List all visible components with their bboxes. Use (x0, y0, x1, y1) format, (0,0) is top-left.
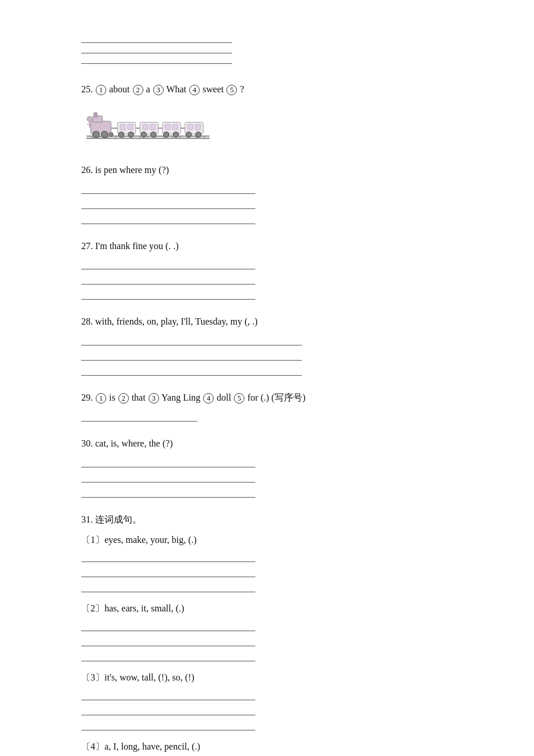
q29-circle-5: 5 (234, 393, 244, 404)
question-27: 27. I'm thank fine you (. .) (81, 238, 453, 300)
q27-text: 27. I'm thank fine you (. .) (81, 238, 453, 255)
q29-circle-1: 1 (96, 393, 106, 404)
answer-line[interactable] (81, 334, 302, 345)
q25-number: 25. (81, 84, 95, 94)
svg-point-20 (93, 131, 99, 138)
q27-answer-lines (81, 258, 453, 300)
answer-line[interactable] (81, 471, 255, 483)
q31-number: 31. (81, 514, 95, 524)
q25-circle-3: 3 (153, 85, 164, 95)
q31-sub1-label: 〔1〕eyes, make, your, big, (.) (81, 532, 453, 549)
q29-number: 29. (81, 393, 95, 402)
svg-point-21 (102, 131, 108, 138)
svg-rect-44 (195, 124, 200, 129)
svg-point-22 (109, 132, 113, 136)
q25-circle-5: 5 (226, 85, 237, 95)
page: 25. 1 about 2 a 3 What 4 sweet 5 ? (0, 0, 534, 756)
svg-rect-25 (120, 124, 125, 129)
question-26: 26. is pen where my (?) (81, 162, 453, 224)
svg-point-40 (173, 132, 178, 137)
answer-line[interactable] (81, 410, 197, 422)
q30-content: cat, is, where, the (?) (95, 438, 173, 448)
svg-point-27 (118, 132, 124, 137)
top-line-3 (81, 56, 232, 64)
svg-point-28 (128, 132, 134, 137)
q26-content: is pen where my (?) (95, 165, 169, 175)
answer-line[interactable] (81, 288, 255, 300)
q31-sub2-label: 〔2〕has, ears, it, small, (.) (81, 600, 453, 617)
q29-text: 29. 1 is 2 that 3 Yang Ling 4 doll 5 for… (81, 390, 453, 406)
answer-line[interactable] (81, 213, 255, 224)
answer-line[interactable] (81, 258, 255, 269)
svg-point-46 (196, 132, 201, 137)
q31-title: 连词成句。 (95, 514, 142, 524)
answer-line[interactable] (81, 581, 255, 592)
q27-number: 27. (81, 241, 95, 251)
answer-line[interactable] (81, 566, 255, 577)
q27-content: I'm thank fine you (. .) (95, 241, 179, 251)
q26-text: 26. is pen where my (?) (81, 162, 453, 179)
q31-sub2-lines (81, 620, 453, 661)
q25-circle-4: 4 (189, 85, 200, 95)
q26-answer-lines (81, 182, 453, 224)
answer-line[interactable] (81, 550, 255, 562)
answer-line[interactable] (81, 197, 255, 209)
answer-line[interactable] (81, 364, 302, 376)
answer-line[interactable] (81, 273, 255, 285)
answer-line[interactable] (81, 486, 255, 498)
q30-answer-lines (81, 456, 453, 498)
train-illustration (81, 105, 215, 140)
top-line-2 (81, 45, 232, 53)
q31-sub1-lines (81, 550, 453, 592)
top-answer-lines (81, 35, 453, 64)
q29-circle-2: 2 (118, 393, 129, 404)
svg-rect-19 (94, 113, 98, 117)
q25-text: 25. 1 about 2 a 3 What 4 sweet 5 ? (81, 81, 453, 98)
svg-point-39 (164, 132, 169, 137)
answer-line[interactable] (81, 182, 255, 194)
answer-line[interactable] (81, 456, 255, 467)
top-line-1 (81, 35, 232, 43)
answer-line[interactable] (81, 635, 255, 646)
svg-point-34 (151, 132, 156, 137)
answer-line[interactable] (81, 704, 255, 715)
question-28: 28. with, friends, on, play, I'll, Tuesd… (81, 314, 453, 376)
q30-text: 30. cat, is, where, the (?) (81, 435, 453, 452)
q31-sub4-label: 〔4〕a, I, long, have, pencil, (.) (81, 739, 453, 755)
q31-sub3-lines (81, 689, 453, 730)
q28-number: 28. (81, 316, 95, 326)
q25-circle-1: 1 (96, 85, 106, 95)
q29-answer-lines (81, 410, 453, 422)
q31-sub3-label: 〔3〕it's, wow, tall, (!), so, (!) (81, 669, 453, 686)
answer-line[interactable] (81, 719, 255, 730)
q31-header: 31. 连词成句。 (81, 512, 453, 528)
svg-rect-37 (165, 124, 171, 129)
answer-line[interactable] (81, 689, 255, 700)
q31-sub2: 〔2〕has, ears, it, small, (.) (81, 600, 453, 661)
q25-circle-2: 2 (133, 85, 143, 95)
svg-rect-43 (187, 124, 193, 129)
svg-point-45 (186, 132, 192, 137)
q28-text: 28. with, friends, on, play, I'll, Tuesd… (81, 314, 453, 330)
q28-answer-lines (81, 334, 453, 376)
svg-point-33 (141, 132, 146, 137)
q31-sub1: 〔1〕eyes, make, your, big, (.) (81, 532, 453, 593)
q31-sub4: 〔4〕a, I, long, have, pencil, (.) (81, 739, 453, 756)
answer-line[interactable] (81, 349, 302, 361)
q31-sub3: 〔3〕it's, wow, tall, (!), so, (!) (81, 669, 453, 730)
question-31: 31. 连词成句。 〔1〕eyes, make, your, big, (.) … (81, 512, 453, 756)
question-25: 25. 1 about 2 a 3 What 4 sweet 5 ? (81, 81, 453, 148)
q26-number: 26. (81, 165, 95, 175)
q28-content: with, friends, on, play, I'll, Tuesday, … (95, 316, 258, 326)
svg-rect-32 (150, 124, 156, 129)
q29-circle-4: 4 (203, 393, 214, 404)
answer-line[interactable] (81, 650, 255, 661)
question-29: 29. 1 is 2 that 3 Yang Ling 4 doll 5 for… (81, 390, 453, 422)
svg-point-47 (87, 116, 92, 121)
q29-circle-3: 3 (149, 393, 159, 404)
q30-number: 30. (81, 438, 95, 448)
question-30: 30. cat, is, where, the (?) (81, 435, 453, 498)
svg-rect-31 (143, 124, 148, 129)
answer-line[interactable] (81, 620, 255, 631)
svg-rect-26 (128, 124, 133, 129)
